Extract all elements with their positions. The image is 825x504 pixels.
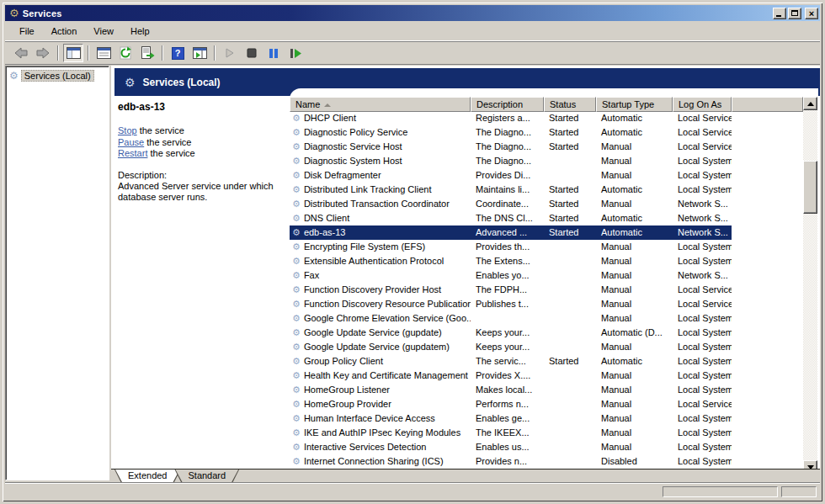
table-row[interactable]: ⚙Diagnostic Policy ServiceThe Diagno...S… bbox=[290, 125, 803, 140]
table-row[interactable]: ⚙IKE and AuthIP IPsec Keying ModulesThe … bbox=[290, 426, 803, 440]
table-row[interactable]: ⚙Function Discovery Resource Publication… bbox=[290, 297, 803, 311]
table-row[interactable]: ⚙Diagnostic System HostThe Diagno...Manu… bbox=[290, 154, 803, 168]
toolbar-separator bbox=[57, 45, 59, 61]
scrollbar-thumb[interactable] bbox=[803, 161, 817, 214]
help-button[interactable]: ? bbox=[168, 44, 188, 62]
close-button[interactable]: × bbox=[805, 8, 818, 19]
service-status-cell bbox=[544, 283, 596, 297]
column-header-log-on-as[interactable]: Log On As bbox=[673, 97, 732, 112]
table-row[interactable]: ⚙HomeGroup ProviderPerforms n...ManualLo… bbox=[290, 397, 803, 411]
column-header-startup-type[interactable]: Startup Type bbox=[596, 97, 673, 112]
menu-file[interactable]: File bbox=[12, 24, 42, 38]
column-header-name[interactable]: Name bbox=[290, 97, 471, 112]
service-logon-cell: Local System bbox=[673, 411, 732, 426]
table-row[interactable]: ⚙Google Chrome Elevation Service (Goo...… bbox=[290, 311, 803, 326]
tab-standard[interactable]: Standard bbox=[174, 470, 239, 483]
table-row[interactable]: ⚙Distributed Link Tracking ClientMaintai… bbox=[290, 183, 803, 197]
table-row[interactable]: ⚙Group Policy ClientThe servic...Started… bbox=[290, 354, 803, 369]
table-row[interactable]: ⚙Internet Connection Sharing (ICS)Provid… bbox=[290, 454, 803, 469]
service-gear-icon: ⚙ bbox=[292, 371, 301, 380]
service-status-cell bbox=[544, 426, 596, 440]
forward-button[interactable] bbox=[33, 44, 53, 62]
table-row[interactable]: ⚙Diagnostic Service HostThe Diagno...Sta… bbox=[290, 140, 803, 154]
table-row[interactable]: ⚙Distributed Transaction CoordinatorCoor… bbox=[290, 197, 803, 211]
service-name-cell: Fax bbox=[304, 268, 319, 283]
table-row[interactable]: ⚙DNS ClientThe DNS Cl...StartedAutomatic… bbox=[290, 211, 803, 225]
start-service-button[interactable] bbox=[220, 44, 240, 62]
service-logon-cell: Network S... bbox=[673, 225, 732, 240]
service-status-cell: Started bbox=[544, 225, 596, 240]
service-status-cell bbox=[544, 340, 596, 354]
toolbar-separator bbox=[88, 45, 89, 61]
menu-help[interactable]: Help bbox=[123, 24, 157, 38]
toolbar: ? bbox=[5, 42, 820, 65]
table-row[interactable]: ⚙HomeGroup ListenerMakes local...ManualL… bbox=[290, 383, 803, 397]
service-logon-cell: Local System bbox=[673, 340, 732, 354]
table-row[interactable]: ⚙FaxEnables yo...ManualNetwork S... bbox=[290, 268, 803, 283]
properties-button[interactable] bbox=[93, 44, 114, 62]
tree-item-services-local[interactable]: ⚙ Services (Local) bbox=[8, 69, 96, 82]
service-logon-cell: Local System bbox=[673, 240, 732, 254]
stop-service-button[interactable] bbox=[242, 44, 262, 62]
service-gear-icon: ⚙ bbox=[292, 414, 301, 423]
table-row[interactable]: ⚙Encrypting File System (EFS)Provides th… bbox=[290, 240, 803, 254]
table-row[interactable]: ⚙Function Discovery Provider HostThe FDP… bbox=[290, 283, 803, 297]
service-logon-cell: Local System bbox=[673, 454, 732, 469]
pause-service-button[interactable] bbox=[263, 44, 284, 62]
refresh-button[interactable] bbox=[115, 44, 136, 62]
maximize-button[interactable] bbox=[788, 8, 801, 19]
menu-view[interactable]: View bbox=[86, 24, 121, 38]
service-name-cell: Disk Defragmenter bbox=[304, 168, 381, 183]
service-startup-cell: Manual bbox=[596, 311, 673, 326]
service-description-cell: Enables us... bbox=[471, 440, 544, 454]
menu-action[interactable]: Action bbox=[44, 24, 85, 38]
toolbar-separator bbox=[162, 45, 163, 61]
service-startup-cell: Manual bbox=[596, 411, 673, 426]
table-row[interactable]: ⚙Disk DefragmenterProvides Di...ManualLo… bbox=[290, 168, 803, 183]
scroll-up-button[interactable] bbox=[803, 97, 817, 110]
table-row[interactable]: ⚙Google Update Service (gupdate)Keeps yo… bbox=[290, 326, 803, 340]
menu-bar: File Action View Help bbox=[5, 21, 820, 41]
table-row[interactable]: ⚙Health Key and Certificate ManagementPr… bbox=[290, 369, 803, 383]
service-list-panel: Name Description Status Startup Type Log… bbox=[290, 88, 818, 474]
vertical-scrollbar[interactable] bbox=[803, 97, 817, 474]
back-icon bbox=[13, 46, 29, 60]
description-text: Advanced Server service under which data… bbox=[118, 181, 286, 203]
forward-icon bbox=[35, 46, 51, 60]
window-title: Services bbox=[23, 8, 62, 19]
tab-label: Standard bbox=[174, 470, 239, 480]
table-row[interactable]: ⚙Google Update Service (gupdatem)Keeps y… bbox=[290, 340, 803, 354]
service-gear-icon: ⚙ bbox=[292, 185, 301, 194]
service-startup-cell: Automatic bbox=[596, 354, 673, 369]
service-status-cell bbox=[544, 311, 596, 326]
service-name-cell: Interactive Services Detection bbox=[304, 440, 427, 454]
table-row[interactable]: ⚙edb-as-13Advanced ...StartedAutomaticNe… bbox=[290, 225, 803, 240]
table-row[interactable]: ⚙Human Interface Device AccessEnables ge… bbox=[290, 411, 803, 426]
restart-service-button[interactable] bbox=[285, 44, 306, 62]
service-status-cell: Started bbox=[544, 111, 596, 125]
show-action-pane-button[interactable] bbox=[189, 44, 210, 62]
table-row[interactable]: ⚙DHCP ClientRegisters a...StartedAutomat… bbox=[290, 111, 803, 125]
stop-service-link[interactable]: Stop bbox=[118, 125, 137, 135]
table-row[interactable]: ⚙Extensible Authentication ProtocolThe E… bbox=[290, 254, 803, 268]
service-description-cell: Enables yo... bbox=[471, 268, 544, 283]
column-header-description[interactable]: Description bbox=[471, 97, 544, 112]
service-gear-icon: ⚙ bbox=[292, 300, 301, 309]
service-startup-cell: Manual bbox=[596, 283, 673, 297]
restart-service-link[interactable]: Restart bbox=[118, 148, 147, 158]
service-name-cell: Encrypting File System (EFS) bbox=[304, 240, 425, 254]
service-description-cell: Makes local... bbox=[471, 383, 544, 397]
export-list-button[interactable] bbox=[137, 44, 157, 62]
column-label: Startup Type bbox=[602, 99, 654, 109]
back-button[interactable] bbox=[11, 44, 31, 62]
description-label: Description: bbox=[118, 170, 167, 180]
service-logon-cell: Local System bbox=[673, 168, 732, 183]
minimize-button[interactable] bbox=[773, 8, 786, 19]
table-row[interactable]: ⚙Interactive Services DetectionEnables u… bbox=[290, 440, 803, 454]
tab-extended[interactable]: Extended bbox=[114, 470, 180, 483]
show-console-tree-button[interactable] bbox=[63, 44, 83, 62]
properties-icon bbox=[97, 47, 111, 59]
service-status-cell bbox=[544, 154, 596, 168]
column-header-status[interactable]: Status bbox=[544, 97, 596, 112]
pause-service-link[interactable]: Pause bbox=[118, 137, 144, 147]
